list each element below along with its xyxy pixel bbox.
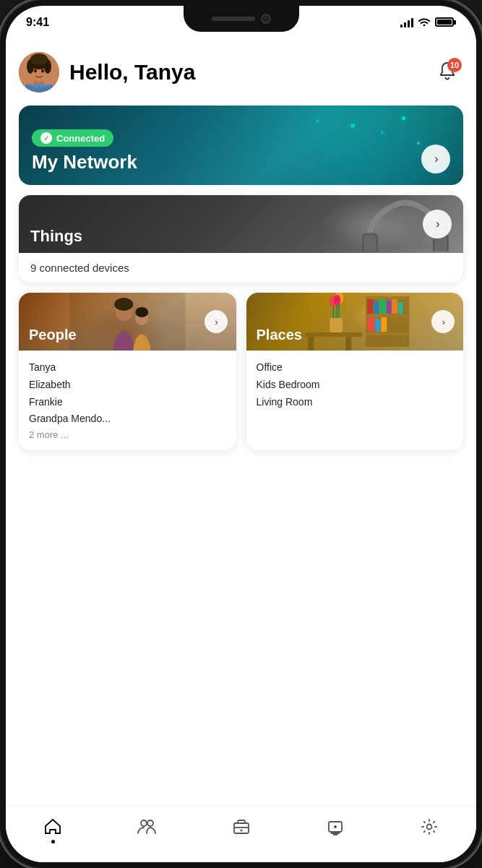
- header-left: Hello, Tanya: [19, 52, 196, 93]
- svg-rect-27: [387, 301, 391, 314]
- signal-icon: [400, 17, 413, 27]
- svg-point-48: [334, 825, 337, 828]
- places-card-body: Office Kids Bedroom Living Room: [246, 351, 464, 421]
- header: Hello, Tanya 10: [19, 52, 463, 93]
- svg-point-7: [34, 69, 37, 73]
- things-chevron-button[interactable]: ›: [423, 210, 452, 239]
- notification-badge: 10: [447, 58, 462, 72]
- svg-point-14: [413, 244, 449, 249]
- main-content: Hello, Tanya 10: [6, 42, 476, 804]
- people-member-1: Tanya: [29, 359, 226, 377]
- nav-item-network[interactable]: [288, 814, 382, 837]
- places-card[interactable]: Places › Office Kids Bedroom Living Room: [246, 293, 464, 450]
- svg-rect-22: [366, 314, 409, 317]
- things-card-image: Things ›: [19, 195, 463, 253]
- notification-button[interactable]: 10: [431, 56, 463, 88]
- network-info: Connected My Network: [32, 129, 137, 173]
- places-location-3: Living Room: [257, 394, 454, 411]
- nav-item-people[interactable]: [100, 814, 194, 837]
- places-chevron-button[interactable]: ›: [431, 310, 455, 333]
- nav-item-things[interactable]: [194, 814, 288, 837]
- people-chevron-button[interactable]: ›: [205, 310, 228, 333]
- network-nav-icon: [325, 817, 345, 837]
- svg-rect-35: [345, 337, 351, 351]
- speaker: [212, 17, 255, 21]
- svg-rect-31: [375, 319, 380, 332]
- places-card-image: Places ›: [246, 293, 464, 351]
- avatar[interactable]: [19, 52, 59, 93]
- people-nav-icon: [137, 817, 157, 837]
- bottom-nav: [6, 804, 476, 862]
- svg-rect-24: [367, 299, 373, 314]
- svg-rect-23: [366, 332, 409, 335]
- people-label: People: [29, 327, 77, 343]
- nav-item-settings[interactable]: [382, 814, 476, 837]
- people-card-image: People ›: [19, 293, 236, 351]
- bottom-row: People › Tanya Elizabeth Frankie Grandpa…: [19, 293, 463, 450]
- svg-point-8: [41, 69, 44, 73]
- greeting-text: Hello, Tanya: [69, 60, 196, 85]
- wifi-icon: [418, 16, 431, 28]
- places-location-1: Office: [257, 359, 454, 377]
- places-location-2: Kids Bedroom: [257, 377, 454, 394]
- svg-rect-34: [308, 337, 314, 351]
- svg-rect-28: [392, 299, 397, 314]
- svg-rect-26: [379, 299, 386, 314]
- people-member-4: Grandpa Mendo...: [29, 411, 226, 428]
- things-card[interactable]: Things › 9 connected devices: [19, 195, 463, 283]
- svg-point-43: [141, 820, 147, 826]
- svg-point-46: [240, 830, 242, 832]
- svg-point-42: [333, 295, 340, 305]
- things-label: Things: [30, 227, 82, 246]
- notch: [184, 6, 299, 32]
- svg-point-49: [426, 825, 431, 830]
- settings-gear-icon: [419, 817, 439, 837]
- status-icons: [400, 16, 456, 28]
- things-nav-icon: [231, 817, 251, 837]
- svg-rect-29: [398, 302, 403, 314]
- chevron-right-icon: ›: [434, 152, 438, 166]
- chevron-right-icon: ›: [442, 317, 445, 327]
- nav-active-dot: [51, 840, 55, 843]
- status-time: 9:41: [26, 16, 49, 29]
- home-icon: [43, 817, 63, 837]
- svg-rect-45: [234, 823, 249, 833]
- svg-rect-30: [367, 317, 374, 332]
- svg-point-6: [30, 53, 48, 65]
- svg-rect-32: [381, 317, 387, 332]
- network-title: My Network: [32, 151, 137, 173]
- people-card[interactable]: People › Tanya Elizabeth Frankie Grandpa…: [19, 293, 236, 450]
- places-label: Places: [257, 327, 302, 343]
- chevron-right-icon: ›: [436, 218, 439, 231]
- people-member-2: Elizabeth: [29, 377, 226, 394]
- connected-label: Connected: [56, 133, 105, 144]
- connected-badge: Connected: [32, 129, 113, 147]
- svg-point-13: [358, 243, 402, 250]
- network-chevron-button[interactable]: ›: [421, 145, 450, 173]
- svg-rect-36: [330, 318, 343, 332]
- people-more: 2 more ...: [29, 429, 226, 440]
- connected-check-icon: [40, 132, 52, 144]
- chevron-right-icon: ›: [215, 317, 218, 327]
- svg-point-44: [147, 820, 153, 826]
- people-card-body: Tanya Elizabeth Frankie Grandpa Mendo...…: [19, 351, 236, 450]
- svg-rect-19: [69, 293, 185, 351]
- svg-rect-33: [304, 332, 362, 337]
- screen: 9:41: [6, 6, 476, 862]
- svg-rect-25: [374, 301, 379, 314]
- people-member-3: Frankie: [29, 394, 226, 411]
- svg-rect-21: [366, 296, 409, 299]
- devices-count: 9 connected devices: [30, 262, 129, 274]
- camera: [261, 14, 271, 24]
- network-content: Connected My Network ›: [32, 129, 450, 173]
- nav-item-home[interactable]: [6, 814, 100, 843]
- phone-frame: 9:41: [0, 0, 482, 868]
- things-footer: 9 connected devices: [19, 253, 463, 283]
- battery-icon: [435, 17, 456, 27]
- network-card[interactable]: Connected My Network ›: [19, 106, 463, 185]
